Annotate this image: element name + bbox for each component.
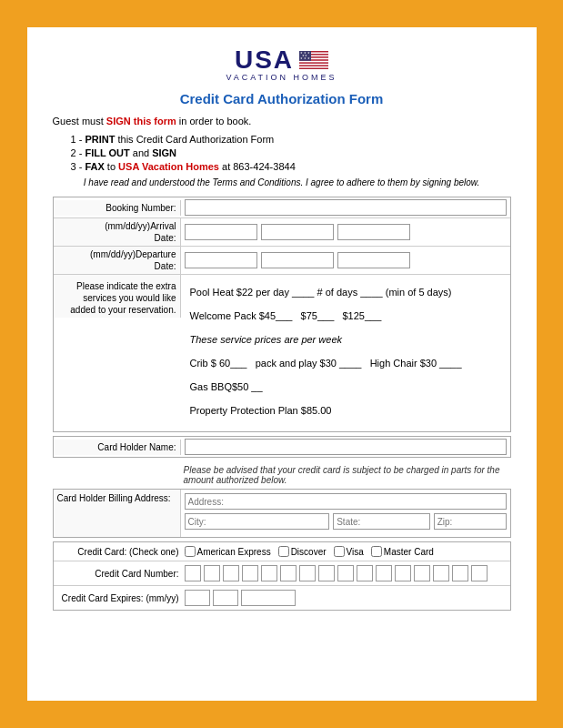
cc-digit-11[interactable] (376, 565, 392, 581)
service-crib: Crib $ 60___ pack and play $30 ____ High… (190, 353, 501, 373)
main-form: Booking Number: (mm/dd/yy)ArrivalDate: (… (53, 197, 511, 432)
booking-input[interactable] (185, 199, 507, 216)
city-group (185, 513, 330, 533)
svg-rect-6 (299, 66, 328, 68)
expires-mm[interactable] (185, 590, 210, 606)
cc-type-row: Credit Card: (Check one) American Expres… (54, 542, 510, 561)
cc-checkbox-visa[interactable] (334, 546, 345, 557)
services-cell: Pool Heat $22 per day ____ # of days ___… (181, 275, 510, 431)
sign-notice: Guest must SIGN this form in order to bo… (53, 116, 511, 126)
zip-input[interactable] (434, 513, 507, 530)
cc-checkbox-amex[interactable] (185, 546, 196, 557)
svg-rect-5 (299, 64, 328, 66)
city-state-zip (185, 513, 507, 533)
flag-icon: ★ ★ ★ ★ ★ ★ ★ ★ (299, 51, 328, 69)
cardholder-label: Card Holder Name: (54, 440, 181, 455)
departure-inputs (185, 252, 507, 268)
cc-digit-5[interactable] (261, 565, 277, 581)
cc-type-label: Credit Card: (Check one) (57, 547, 185, 557)
cc-digit-9[interactable] (337, 565, 354, 581)
arrival-inputs (185, 224, 507, 240)
svg-text:★ ★ ★: ★ ★ ★ (300, 56, 310, 60)
logo-subtitle: VACATION HOMES (53, 73, 511, 82)
departure-input-2[interactable] (261, 252, 334, 268)
cc-expires-label: Credit Card Expires: (mm/yy) (57, 593, 185, 603)
cc-digit-7[interactable] (299, 565, 316, 581)
cc-digit-8[interactable] (318, 565, 335, 581)
billing-label: Card Holder Billing Address: (54, 490, 181, 537)
cardholder-section: Card Holder Name: (53, 436, 511, 458)
services-row: Please indicate the extra services you w… (54, 275, 510, 431)
instruction-2: 2 - FILL OUT and SIGN (71, 147, 511, 158)
cc-digit-6[interactable] (280, 565, 297, 581)
cc-number-label: Credit Card Number: (57, 569, 185, 579)
cc-checkbox-discover[interactable] (278, 546, 289, 557)
services-label: Please indicate the extra services you w… (54, 275, 181, 318)
cc-digit-13[interactable] (414, 565, 430, 581)
sign-notice-highlight: SIGN this form (106, 116, 176, 126)
svg-rect-4 (299, 61, 328, 63)
billing-address-input[interactable] (185, 493, 507, 510)
departure-input-cell (181, 250, 510, 270)
state-group (333, 513, 429, 533)
instruction-1: 1 - PRINT this Credit Card Authorization… (71, 134, 511, 145)
cc-digit-2[interactable] (204, 565, 220, 581)
cc-digit-3[interactable] (223, 565, 239, 581)
expires-extra[interactable] (241, 590, 296, 606)
service-note: These service prices are per week (190, 329, 501, 349)
departure-input-1[interactable] (185, 252, 257, 268)
departure-row: (mm/dd/yy)DepartureDate: (54, 247, 510, 275)
cc-number-row: Credit Card Number: (54, 561, 510, 586)
cardholder-row: Card Holder Name: (54, 437, 510, 457)
instructions: 1 - PRINT this Credit Card Authorization… (53, 134, 511, 172)
cc-option-visa: Visa (334, 546, 364, 557)
cc-label-discover: Discover (291, 547, 327, 557)
cardholder-input-cell (181, 437, 510, 457)
cc-digit-14[interactable] (433, 565, 449, 581)
service-pool: Pool Heat $22 per day ____ # of days ___… (190, 282, 501, 302)
cardholder-input[interactable] (185, 439, 507, 455)
departure-input-3[interactable] (337, 252, 410, 268)
sign-notice-prefix: Guest must (53, 116, 106, 126)
zip-group (434, 513, 507, 533)
booking-row: Booking Number: (54, 197, 510, 218)
cc-digit-10[interactable] (357, 565, 373, 581)
arrival-input-cell (181, 222, 510, 242)
logo-area: USA ★ ★ ★ ★ ★ ★ ★ ★ VACATION HOMES (53, 46, 511, 82)
service-bbq: Gas BBQ$50 __ (190, 377, 501, 397)
city-input[interactable] (185, 513, 330, 530)
billing-section: Card Holder Billing Address: (53, 489, 511, 538)
cc-digit-4[interactable] (242, 565, 258, 581)
arrival-input-3[interactable] (337, 224, 410, 240)
cc-checkbox-mastercard[interactable] (371, 546, 382, 557)
cc-option-discover: Discover (278, 546, 327, 557)
arrival-input-1[interactable] (185, 224, 257, 240)
instruction-3: 3 - FAX to USA Vacation Homes at 863-424… (71, 161, 511, 172)
cc-option-mastercard: Master Card (371, 546, 434, 557)
expires-yy[interactable] (213, 590, 238, 606)
arrival-row: (mm/dd/yy)ArrivalDate: (54, 218, 510, 247)
cc-option-amex: American Express (185, 546, 271, 557)
billing-row: Card Holder Billing Address: (54, 490, 510, 537)
cc-digit-15[interactable] (452, 565, 468, 581)
cc-expires-row: Credit Card Expires: (mm/yy) (54, 586, 510, 610)
cc-digit-1[interactable] (185, 565, 201, 581)
expires-boxes (185, 590, 296, 606)
arrival-label: (mm/dd/yy)ArrivalDate: (54, 218, 181, 246)
logo-usa-text: USA (235, 46, 294, 75)
cc-digit-16[interactable] (471, 565, 488, 581)
cc-options: American Express Discover Visa Master Ca… (185, 546, 434, 557)
state-input[interactable] (333, 513, 429, 530)
form-page: USA ★ ★ ★ ★ ★ ★ ★ ★ VACATION HOMES Credi… (27, 27, 537, 701)
departure-label: (mm/dd/yy)DepartureDate: (54, 247, 181, 274)
form-title: Credit Card Authorization Form (53, 91, 511, 106)
arrival-input-2[interactable] (261, 224, 334, 240)
cc-label-amex: American Express (197, 547, 271, 557)
credit-card-section: Credit Card: (Check one) American Expres… (53, 541, 511, 611)
advised-text: Please be advised that your credit card … (53, 461, 511, 489)
booking-label: Booking Number: (54, 200, 181, 216)
booking-input-cell (181, 197, 510, 217)
cc-digit-12[interactable] (395, 565, 411, 581)
logo-box: USA ★ ★ ★ ★ ★ ★ ★ ★ (235, 46, 328, 75)
sign-notice-suffix: in order to book. (176, 116, 252, 126)
